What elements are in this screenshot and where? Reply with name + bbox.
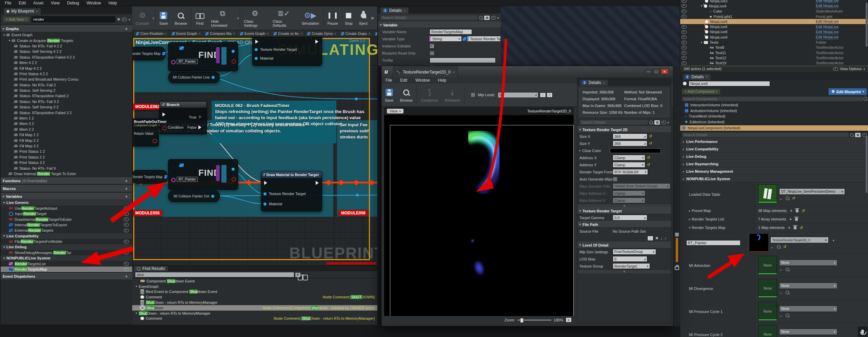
add-dispatcher-icon[interactable]: + xyxy=(125,274,127,278)
graph-tab[interactable]: Event Graph× xyxy=(170,30,203,37)
component-row[interactable]: InteractionVolume (Inherited) xyxy=(680,102,868,108)
property-matrix-icon[interactable]: ▦ xyxy=(855,132,861,138)
add-element-icon[interactable]: + xyxy=(788,226,790,230)
browse-button[interactable]: Browse xyxy=(397,87,416,102)
rt-painter-thumbnail[interactable] xyxy=(749,234,768,253)
outliner-row[interactable]: NinjaLive6Edit NinjaLive xyxy=(680,24,868,29)
texture-target-dropdown[interactable]: TextureRenderTarget2D_0 xyxy=(770,237,829,243)
tree-item[interactable]: Mem 1 2 xyxy=(1,115,132,121)
mi-collision-painter-line-node[interactable]: MI Collision Painter Line xyxy=(168,72,220,83)
visibility-eye-icon[interactable] xyxy=(682,4,687,8)
variable-row[interactable]: ExternalRenderTargets xyxy=(1,228,132,233)
details-section-header[interactable]: ▸Live Performance xyxy=(680,138,868,145)
maximize-button[interactable]: ▢ xyxy=(653,69,660,74)
browse-to-icon[interactable] xyxy=(786,291,789,294)
menu-asset[interactable]: Asset xyxy=(33,1,43,5)
find-result-row[interactable]: ▾EventGraph xyxy=(132,284,377,289)
chevron-down-icon[interactable] xyxy=(129,17,130,21)
outliner-row[interactable]: NinjaLive8Edit NinjaLive xyxy=(680,29,868,35)
menu-help[interactable]: Help xyxy=(108,1,117,5)
clear-icon[interactable] xyxy=(796,209,798,212)
close-icon[interactable]: × xyxy=(603,81,605,85)
edit-blueprint-link[interactable]: Edit NinjaLive xyxy=(816,35,839,39)
render-targets-map-node[interactable]: Render Targets Map xyxy=(132,47,165,60)
save-button[interactable]: Save xyxy=(381,87,397,102)
find-button[interactable]: Find xyxy=(192,10,208,25)
category-live-generic[interactable]: ▾Live Generic xyxy=(1,200,132,205)
display-filter-eye-icon[interactable] xyxy=(491,16,496,20)
section-lod[interactable]: ▾Level Of Detail xyxy=(577,242,671,248)
outliner-row[interactable]: AaText19TextRenderActor xyxy=(680,61,868,66)
mip-gen-dropdown[interactable]: FromTextureGroup xyxy=(613,249,656,255)
material-dropdown[interactable]: None xyxy=(779,282,837,289)
close-button[interactable]: ✕ xyxy=(661,69,668,74)
exec-in-pin[interactable] xyxy=(264,181,267,185)
material-pin[interactable] xyxy=(263,203,267,206)
tree-item[interactable]: Fill Map 2 2 xyxy=(1,138,132,143)
use-selected-icon[interactable]: ← xyxy=(779,196,783,201)
filter-eye-icon[interactable] xyxy=(122,18,127,21)
tree-item[interactable]: Status- RTacquisition Failed 3 2 xyxy=(1,110,132,115)
module056-tag[interactable]: MODULE056 xyxy=(339,210,368,216)
variable-row[interactable]: FlipRenderTargetsForMobile xyxy=(1,239,132,244)
menu-window[interactable]: Window xyxy=(86,1,101,5)
view-options-button[interactable]: View▾ xyxy=(387,109,403,113)
variable-name-input[interactable] xyxy=(430,29,472,35)
visibility-eye-icon[interactable] xyxy=(682,25,687,29)
material-pin[interactable] xyxy=(255,57,258,60)
details-section-header[interactable]: ▸Live Compatibility xyxy=(680,145,868,153)
compress-button[interactable]: ⟆Compress xyxy=(418,87,441,102)
tree-item[interactable]: Print Status 1 2 xyxy=(1,149,132,154)
clear-file-icon[interactable]: ✕ xyxy=(655,236,658,240)
address-x-dropdown[interactable]: Clamp xyxy=(613,155,645,161)
graph-tab[interactable]: Create Oupu× xyxy=(339,30,373,37)
rt-painter-key-field[interactable]: RT_Painter xyxy=(177,177,198,182)
find-result-row[interactable]: Component Shutdown Event xyxy=(132,278,377,284)
false-pin[interactable] xyxy=(198,125,201,129)
category-live-debug[interactable]: ▾Live Debug xyxy=(1,244,132,250)
search-details-input[interactable] xyxy=(380,15,478,20)
variable-eye-icon[interactable] xyxy=(124,206,129,210)
tree-item[interactable]: Print Status 3 2 xyxy=(1,160,132,165)
find-result-row[interactable]: ShutDown - return RTs to MemoryManager xyxy=(132,300,377,305)
target-gamma-input[interactable]: 0.0 xyxy=(613,215,647,220)
menu-item[interactable]: Window xyxy=(415,78,430,83)
key-type-dropdown[interactable]: String xyxy=(430,36,462,42)
tree-item[interactable]: Status- No RTs- Fail 2 xyxy=(1,82,132,88)
expander[interactable]: ▼ xyxy=(577,270,671,273)
edit-blueprint-link[interactable]: Edit NinjaLive xyxy=(816,4,839,8)
edit-blueprint-link[interactable]: Edit NinjaLive xyxy=(816,30,839,34)
property-matrix-icon[interactable]: ▦ xyxy=(484,15,490,20)
add-component-button[interactable]: + Add Component ▿ xyxy=(682,88,721,95)
section-trt[interactable]: ▾Texture Render Target xyxy=(577,208,671,214)
outliner-row[interactable]: ꙫPointLight1PointLight xyxy=(680,14,868,19)
menu-file[interactable]: File xyxy=(5,1,11,5)
edit-blueprint-button[interactable]: ⚙Edit Blueprint▾ xyxy=(828,88,867,95)
instance-editable-checkbox[interactable] xyxy=(430,44,434,48)
close-icon[interactable]: × xyxy=(267,32,269,36)
edit-blueprint-link[interactable]: Edit NinjaLive xyxy=(816,0,839,3)
clear-search-icon[interactable]: ✕ xyxy=(117,17,120,22)
visibility-eye-icon[interactable] xyxy=(682,20,687,23)
visibility-eye-icon[interactable] xyxy=(682,56,687,60)
variable-eye-icon[interactable] xyxy=(124,268,129,271)
close-icon[interactable]: × xyxy=(453,70,455,74)
clear-icon[interactable] xyxy=(794,226,796,229)
clear-color-swatch[interactable] xyxy=(610,148,661,153)
reset-icon[interactable]: ↺ xyxy=(800,226,803,230)
zoom-slider[interactable] xyxy=(517,320,551,320)
variable-row[interactable]: InputRenderTarget xyxy=(1,211,132,216)
tooltip-input[interactable] xyxy=(430,58,496,63)
browse-to-icon[interactable] xyxy=(777,245,781,249)
value-out-pin[interactable] xyxy=(232,50,235,53)
lock-icon[interactable] xyxy=(675,266,679,270)
browse-to-icon[interactable] xyxy=(786,268,789,271)
use-selected-icon[interactable]: ← xyxy=(779,267,783,271)
outliner-row[interactable]: AaText8TextRenderActor xyxy=(680,45,868,50)
tab-find-results[interactable]: Find Results xyxy=(134,266,168,271)
exec-in-pin[interactable] xyxy=(162,112,165,117)
true-pin[interactable] xyxy=(199,115,202,119)
find-node[interactable]: FIND RT_Painter xyxy=(168,42,238,71)
variable-row[interactable]: UseRenderTargetAsInput xyxy=(1,206,132,211)
event-graph-canvas[interactable]: NinjaLiveComponent > Event Graph (READ-O… xyxy=(132,37,377,265)
